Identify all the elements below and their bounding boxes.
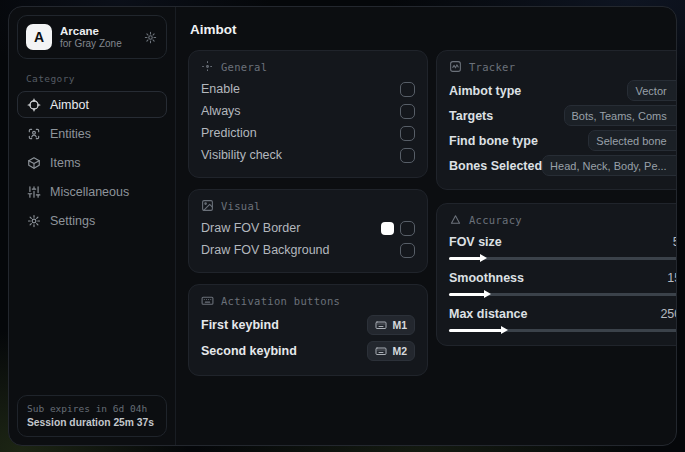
crosshair-icon — [27, 98, 41, 112]
sidebar-item-label: Entities — [50, 127, 91, 141]
visual-card: Visual Draw FOV Border Draw FOV Backgrou… — [188, 189, 428, 273]
box-icon — [27, 156, 41, 170]
keybind-row: Second keybind M2 — [201, 338, 415, 364]
sidebar-item-entities[interactable]: Entities — [17, 120, 167, 147]
smoothness-slider[interactable] — [449, 290, 676, 298]
brand-name: Arcane — [60, 25, 122, 38]
row-label: First keybind — [201, 318, 279, 332]
brand-card: A Arcane for Gray Zone — [17, 15, 167, 59]
bones-selected-select[interactable]: Head, Neck, Body, Pe... — [542, 155, 676, 176]
toggle-row: Visibility check — [201, 144, 415, 166]
card-title: Tracker — [469, 61, 515, 73]
find-bone-type-select[interactable]: Selected bone — [588, 130, 676, 151]
row-label: Draw FOV Background — [201, 243, 330, 257]
slider-thumb[interactable] — [484, 290, 491, 298]
keybind-value: M1 — [392, 319, 407, 331]
activation-card-header: Activation buttons — [201, 294, 415, 307]
select-row: Find bone type Selected bone — [449, 128, 676, 153]
smoothness-value: 15.0 — [667, 271, 676, 285]
slider-fill — [449, 329, 502, 332]
sidebar-item-label: Aimbot — [50, 98, 89, 112]
subscription-info-card: Sub expires in 6d 04h Session duration 2… — [17, 395, 167, 437]
targets-select[interactable]: Bots, Teams, Coms — [564, 105, 677, 126]
row-label: Find bone type — [449, 134, 538, 148]
sub-expires-text: Sub expires in 6d 04h — [27, 403, 157, 414]
fov-size-slider[interactable] — [449, 254, 676, 262]
second-keybind-button[interactable]: M2 — [367, 341, 415, 361]
keybind-value: M2 — [392, 345, 407, 357]
row-label: FOV size — [449, 235, 502, 249]
select-row: Targets Bots, Teams, Coms — [449, 103, 676, 128]
toggle-row: Always — [201, 100, 415, 122]
fov-size-value: 50° — [673, 235, 676, 249]
card-title: Accuracy — [469, 214, 522, 226]
sliders-icon — [27, 185, 41, 199]
enable-checkbox[interactable] — [400, 82, 415, 97]
sidebar-nav: Aimbot Entities Items — [17, 91, 167, 236]
chevron-up-down-icon — [673, 85, 676, 96]
row-label: Always — [201, 104, 241, 118]
row-label: Visibility check — [201, 148, 282, 162]
category-label: Category — [26, 73, 167, 84]
sidebar-item-settings[interactable]: Settings — [17, 207, 167, 234]
select-value: Selected bone — [596, 135, 666, 147]
slider-thumb[interactable] — [480, 254, 487, 262]
select-row: Aimbot type Vector — [449, 78, 676, 103]
always-checkbox[interactable] — [400, 104, 415, 119]
sidebar-item-aimbot[interactable]: Aimbot — [17, 91, 167, 118]
sidebar-item-label: Miscellaneous — [50, 185, 129, 199]
row-label: Prediction — [201, 126, 257, 140]
tracker-card-header: Tracker — [449, 60, 676, 73]
card-title: General — [221, 61, 267, 73]
draw-fov-background-checkbox[interactable] — [400, 243, 415, 258]
keybind-row: First keybind M1 — [201, 312, 415, 338]
chevron-up-down-icon — [673, 110, 676, 121]
toggle-row: Draw FOV Background — [201, 239, 415, 261]
sidebar-item-items[interactable]: Items — [17, 149, 167, 176]
toggle-row: Enable — [201, 78, 415, 100]
slider-thumb[interactable] — [501, 326, 508, 334]
sidebar: A Arcane for Gray Zone Category Aimbot — [9, 7, 176, 445]
tracker-card: Tracker Aimbot type Vector — [436, 50, 676, 190]
keyboard-icon — [375, 319, 387, 331]
max-distance-value: 250m — [660, 307, 676, 321]
draw-fov-border-checkbox[interactable] — [400, 221, 415, 236]
session-duration-text: Session duration 25m 37s — [27, 417, 157, 428]
prediction-checkbox[interactable] — [400, 126, 415, 141]
keyboard-icon — [375, 345, 387, 357]
keyboard-icon — [201, 294, 214, 307]
right-column: Tracker Aimbot type Vector — [436, 50, 676, 346]
gear-icon[interactable] — [144, 31, 157, 44]
card-title: Visual — [221, 200, 261, 212]
slider-fill — [449, 257, 481, 260]
select-row: Bones Selected Head, Neck, Body, Pe... — [449, 153, 676, 178]
general-card-header: General — [201, 60, 415, 73]
fov-border-color-swatch[interactable] — [381, 222, 394, 235]
brand-logo: A — [26, 24, 52, 50]
row-label: Targets — [449, 109, 493, 123]
activation-buttons-card: Activation buttons First keybind M1 — [188, 284, 428, 376]
sidebar-item-miscellaneous[interactable]: Miscellaneous — [17, 178, 167, 205]
slider-group: Max distance 250m — [449, 307, 676, 334]
row-label: Second keybind — [201, 344, 297, 358]
desktop-background: A Arcane for Gray Zone Category Aimbot — [0, 0, 685, 452]
page-title: Aimbot — [190, 22, 666, 37]
first-keybind-button[interactable]: M1 — [367, 315, 415, 335]
aimbot-type-select[interactable]: Vector — [627, 80, 676, 101]
max-distance-slider[interactable] — [449, 326, 676, 334]
gear-icon — [27, 214, 41, 228]
accuracy-card-header: Accuracy — [449, 213, 676, 226]
select-value: Vector — [635, 85, 666, 97]
chevron-up-down-icon — [673, 160, 676, 171]
slider-group: FOV size 50° — [449, 235, 676, 262]
sidebar-item-label: Settings — [50, 214, 95, 228]
accuracy-card: Accuracy FOV size 50° — [436, 203, 676, 346]
crosshair-icon — [201, 60, 214, 73]
visibility-check-checkbox[interactable] — [400, 148, 415, 163]
image-icon — [201, 199, 214, 212]
toggle-row: Prediction — [201, 122, 415, 144]
triangle-icon — [449, 213, 462, 226]
toggle-row: Draw FOV Border — [201, 217, 415, 239]
slider-fill — [449, 293, 485, 296]
row-label: Aimbot type — [449, 84, 521, 98]
